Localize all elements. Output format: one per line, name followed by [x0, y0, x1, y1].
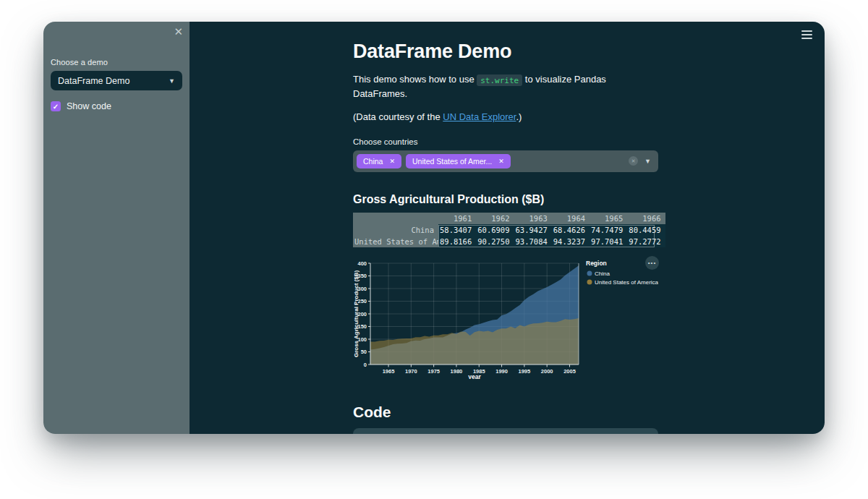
pill-remove-icon[interactable]: ✕	[498, 158, 504, 165]
selected-country-pill[interactable]: United States of Amer...✕	[406, 154, 511, 169]
x-tick-label: 1990	[495, 367, 508, 374]
code-block: import streamlit as stimport pandas as p…	[353, 428, 658, 435]
menu-icon[interactable]	[799, 28, 814, 41]
table-cell: 90.2750	[476, 236, 514, 247]
legend-title: Region	[586, 260, 607, 267]
clear-all-icon[interactable]: ✕	[629, 156, 638, 166]
table-column-header: 1964	[552, 213, 590, 224]
legend-swatch	[587, 270, 592, 276]
un-data-explorer-link[interactable]: UN Data Explorer	[443, 111, 516, 122]
multiselect-chevron-down-icon[interactable]: ▼	[644, 158, 651, 165]
show-code-checkbox[interactable]: ✓ Show code	[51, 101, 182, 111]
table-cell: 89.8166	[438, 236, 476, 247]
app-window: ✕ Choose a demo DataFrame Demo ▼ ✓ Show …	[43, 22, 825, 434]
page-title: DataFrame Demo	[353, 40, 658, 63]
x-axis-title: year	[468, 373, 481, 379]
chart-svg: 0501001502002503003504001965197019751980…	[353, 256, 658, 379]
chevron-down-icon: ▼	[169, 77, 175, 85]
table-row-label: China	[353, 224, 438, 236]
credit-post: .)	[516, 111, 522, 122]
pill-label: China	[363, 157, 383, 166]
x-tick-label: 2000	[541, 367, 553, 374]
y-tick-label: 50	[361, 349, 367, 355]
y-tick-label: 0	[364, 361, 367, 367]
table-column-header: 1965	[590, 213, 627, 224]
chart-actions-button[interactable]: •••	[645, 256, 659, 270]
choose-countries-label: Choose countries	[353, 137, 658, 146]
table-cell: 63.9427	[514, 224, 552, 236]
x-tick-label: 1965	[383, 367, 395, 374]
main-panel: DataFrame Demo This demo shows how to us…	[190, 22, 825, 434]
table-cell: 68.4626	[552, 224, 590, 236]
credit-paragraph: (Data courtesy of the UN Data Explorer.)	[353, 110, 658, 124]
dataframe-table: 196119621963196419651966China58.340760.6…	[353, 213, 655, 247]
table-row-label: United States of Ameri…	[353, 236, 438, 247]
table-column-header: 1962	[476, 213, 514, 224]
sidebar: ✕ Choose a demo DataFrame Demo ▼ ✓ Show …	[43, 22, 190, 434]
table-column-header: 1966	[627, 213, 665, 224]
table-cell: 58.3407	[438, 224, 476, 236]
pill-label: United States of Amer...	[412, 157, 492, 166]
x-tick-label: 2005	[563, 367, 576, 374]
inline-code-st-write: st.write	[477, 74, 522, 86]
x-tick-label: 1995	[519, 367, 531, 374]
table-title: Gross Agricultural Production ($B)	[353, 193, 658, 206]
intro-pre: This demo shows how to use	[353, 74, 477, 85]
checkbox-check-icon: ✓	[51, 101, 61, 111]
table-cell: 97.2772	[627, 236, 665, 247]
credit-pre: (Data courtesy of the	[353, 111, 443, 122]
demo-select-label: Choose a demo	[51, 58, 182, 67]
pill-remove-icon[interactable]: ✕	[389, 158, 395, 165]
legend-label: United States of America	[595, 279, 658, 286]
table-cell: 80.4459	[627, 224, 665, 236]
x-tick-label: 1970	[405, 367, 417, 374]
table-cell: 97.7041	[590, 236, 627, 247]
content-column: DataFrame Demo This demo shows how to us…	[353, 22, 658, 434]
legend-label: China	[595, 270, 610, 277]
table-cell: 94.3237	[552, 236, 590, 247]
table-cell: 93.7084	[514, 236, 552, 247]
x-tick-label: 1975	[427, 367, 440, 374]
countries-multiselect[interactable]: China✕United States of Amer...✕ ✕ ▼	[353, 150, 658, 172]
show-code-label: Show code	[67, 101, 111, 111]
table-cell: 74.7479	[590, 224, 627, 236]
selected-country-pill[interactable]: China✕	[357, 154, 401, 169]
y-axis-title: Gross Agricultural Product ($B)	[353, 270, 359, 357]
table-corner-cell	[353, 213, 438, 224]
area-chart: 0501001502002503003504001965197019751980…	[353, 256, 658, 379]
table-cell: 60.6909	[476, 224, 514, 236]
y-tick-label: 400	[357, 260, 367, 266]
sidebar-close-icon[interactable]: ✕	[174, 26, 183, 37]
multiselect-values: China✕United States of Amer...✕	[357, 154, 629, 169]
x-tick-label: 1980	[451, 367, 463, 374]
table-column-header: 1963	[514, 213, 552, 224]
demo-selectbox-value: DataFrame Demo	[58, 76, 129, 86]
code-section-title: Code	[353, 404, 658, 421]
table-column-header: 1961	[438, 213, 476, 224]
intro-paragraph: This demo shows how to use st.write to v…	[353, 72, 658, 101]
legend-swatch	[587, 279, 592, 284]
demo-selectbox[interactable]: DataFrame Demo ▼	[51, 71, 182, 90]
